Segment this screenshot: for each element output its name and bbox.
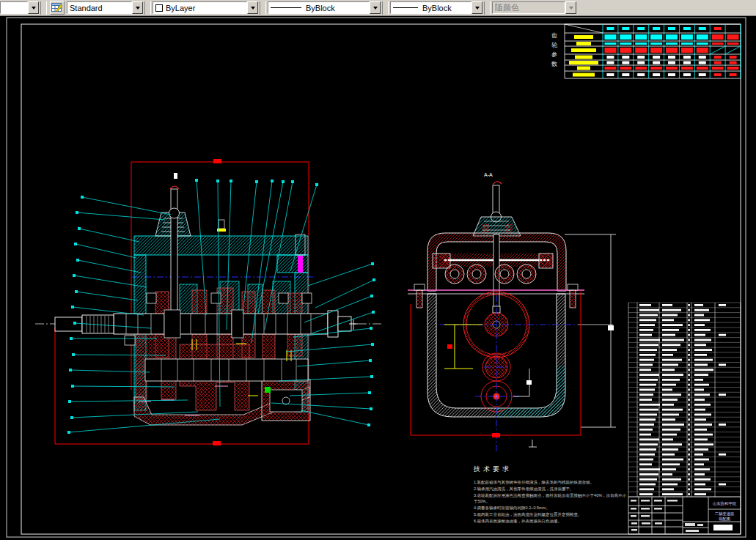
dim-text-block — [526, 380, 532, 385]
svg-text:参: 参 — [551, 51, 557, 58]
magenta-seal — [298, 256, 303, 273]
color-combo[interactable]: ByLayer — [153, 1, 258, 14]
gearbox-section-view — [35, 159, 383, 445]
partial-combo-field[interactable] — [0, 1, 28, 14]
chevron-down-icon — [373, 7, 378, 12]
section-label: A-A — [484, 172, 493, 177]
scale-box — [713, 525, 733, 530]
text-style-icon[interactable] — [50, 1, 65, 15]
plotstyle-value: 随颜色 — [495, 2, 519, 13]
sheet-border — [7, 18, 746, 537]
linetype-combo-arrow[interactable] — [370, 1, 381, 14]
chevron-down-icon — [136, 7, 140, 12]
drawing-title-line2: 装配图 — [719, 517, 730, 522]
parts-list-table — [628, 303, 741, 497]
color-swatch — [155, 4, 163, 12]
gearbox-end-view: A-A — [408, 172, 616, 451]
linetype-combo[interactable]: ByBlock — [268, 1, 381, 14]
dim-text-block — [213, 441, 221, 445]
toolbar-separator — [382, 1, 389, 15]
flange-bolt-left — [414, 284, 425, 308]
tech-req-item: 5.箱内装工业齿轮油，油面高度应达到规定位置并定期检查。 — [474, 511, 629, 518]
tech-req-item: 1.装配前箱体与其他铸件应仔细清洗，除去毛刺与残留的铁屑杂物。 — [474, 479, 629, 486]
input-shaft — [55, 315, 114, 333]
linetype-line-icon — [271, 7, 301, 8]
text-style-arrow[interactable] — [132, 1, 143, 14]
partial-combo[interactable] — [0, 1, 39, 14]
title-block: 山东协和学院 二轴变速器 装配图 — [628, 497, 741, 534]
title-block-field-text — [631, 500, 703, 532]
drawing-canvas[interactable]: 齿轮参数 — [0, 16, 756, 540]
datum-mark — [529, 440, 537, 447]
cover-bolt — [219, 220, 224, 229]
sub-assembly-bore — [270, 390, 302, 412]
dim-text-block — [492, 433, 500, 437]
section-mark — [174, 173, 177, 179]
fork-bosses — [445, 265, 536, 284]
tech-req-item: 2.轴承用汽油清洗，其他零件用煤油清洗，洗净后擦干。 — [474, 486, 629, 492]
lineweight-combo-arrow[interactable] — [471, 1, 482, 14]
cad-sheet[interactable]: 齿轮参数 — [0, 16, 756, 540]
svg-text:数: 数 — [551, 61, 557, 67]
color-combo-arrow[interactable] — [247, 1, 258, 14]
toolbar-separator — [144, 1, 151, 15]
lineweight-value: ByBlock — [422, 4, 452, 12]
output-shaft — [328, 311, 358, 337]
green-fitting — [265, 387, 271, 393]
drawing-title-line1: 二轴变速器 — [715, 511, 735, 517]
toolbar-separator — [40, 1, 47, 15]
lineweight-combo[interactable]: ByBlock — [390, 1, 482, 14]
svg-text:轮: 轮 — [551, 42, 557, 48]
school-name: 山东协和学院 — [713, 501, 737, 506]
dim-text-block — [213, 159, 221, 163]
toolbar: Standard ByLayer ByBlock ByBlock 随颜色 — [0, 0, 756, 16]
linetype-value: ByBlock — [306, 4, 335, 12]
toolbar-separator — [484, 1, 491, 15]
tech-req-item: 4.调整各轴承时应留轴向间隙0.2~0.5mm。 — [474, 505, 629, 511]
flange-bolt-right — [568, 284, 578, 308]
technical-requirements: 技术要求 1.装配前箱体与其他铸件应仔细清洗，除去毛刺与残留的铁屑杂物。2.轴承… — [474, 465, 629, 525]
chevron-down-icon — [32, 7, 36, 12]
main-shaft — [114, 310, 328, 338]
chevron-down-icon — [251, 7, 255, 12]
plotstyle-combo-arrow — [565, 1, 576, 14]
lever-break-mark — [170, 186, 179, 189]
gear-parameter-table: 齿轮参数 — [551, 24, 741, 78]
height-dim — [565, 234, 616, 427]
text-style-value: Standard — [70, 4, 103, 12]
table-pencil-icon — [51, 2, 63, 13]
rail-mount — [433, 254, 450, 268]
chevron-down-icon — [475, 7, 480, 12]
plotstyle-combo: 随颜色 — [492, 1, 576, 14]
counter-shaft — [145, 359, 308, 381]
tech-req-items: 1.装配前箱体与其他铸件应仔细清洗，除去毛刺与残留的铁屑杂物。2.轴承用汽油清洗… — [474, 479, 629, 525]
dim-text-block — [447, 344, 452, 349]
rail-mount — [539, 254, 553, 268]
toolbar-separator — [260, 1, 266, 15]
text-style-combo[interactable]: Standard — [67, 1, 143, 14]
dim-text-block — [608, 325, 614, 330]
lever-break-mark — [493, 182, 502, 185]
color-value: ByLayer — [166, 4, 195, 12]
chevron-down-icon — [569, 7, 573, 12]
svg-text:齿: 齿 — [551, 32, 557, 39]
tech-req-item: 3.齿轮装配后应用涂色法检查接触斑点，圆柱齿轮沿齿宽接触不小于40%，沿齿高不小… — [474, 492, 629, 506]
tech-req-title: 技术要求 — [474, 465, 629, 474]
partial-combo-arrow[interactable] — [28, 1, 39, 14]
tech-req-item: 6.箱体内表面涂耐油油漆，外表面涂灰白色油漆。 — [474, 518, 629, 525]
lineweight-line-icon — [393, 7, 418, 8]
lever-ball-joint — [169, 208, 180, 218]
housing-tub-teal — [496, 366, 565, 417]
